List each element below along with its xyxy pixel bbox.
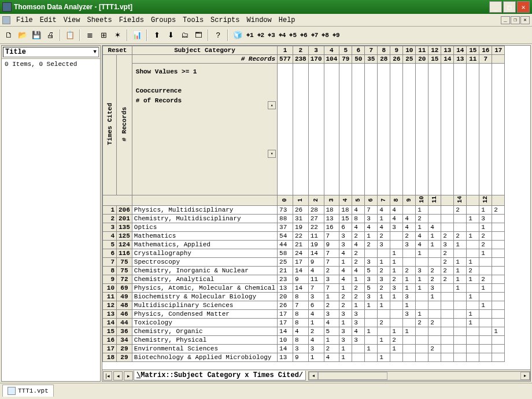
data-cell[interactable] — [441, 301, 454, 310]
data-cell[interactable]: 5 — [365, 267, 378, 275]
table-row[interactable]: 1346Physics, Condensed Matter1784333311 — [103, 310, 505, 319]
data-cell[interactable]: 2 — [479, 275, 492, 284]
data-cell[interactable]: 25 — [278, 258, 293, 267]
data-cell[interactable] — [416, 301, 428, 310]
data-cell[interactable]: 58 — [278, 249, 293, 258]
data-cell[interactable]: 1 — [339, 284, 352, 293]
data-cell[interactable] — [479, 327, 492, 336]
new-button[interactable]: 🗋 — [2, 29, 15, 42]
data-cell[interactable]: 2 — [352, 258, 365, 267]
data-cell[interactable] — [479, 336, 492, 345]
data-cell[interactable]: 1 — [428, 232, 441, 241]
data-cell[interactable] — [416, 353, 428, 362]
q9-button[interactable]: ⌖9 — [331, 31, 341, 40]
data-cell[interactable]: 4 — [339, 249, 352, 258]
data-cell[interactable] — [416, 345, 428, 353]
col-header[interactable]: 8 — [378, 46, 390, 55]
data-cell[interactable] — [467, 241, 479, 249]
data-cell[interactable] — [390, 301, 403, 310]
data-cell[interactable]: 3 — [390, 284, 403, 293]
data-cell[interactable]: 3 — [339, 327, 352, 336]
data-cell[interactable]: 2 — [352, 232, 365, 241]
table-row[interactable]: 1206Physics, Multidisciplinary7326281818… — [103, 206, 505, 215]
data-cell[interactable] — [403, 336, 416, 345]
data-cell[interactable]: 2 — [352, 249, 365, 258]
data-cell[interactable]: 5 — [365, 284, 378, 293]
data-cell[interactable]: 18 — [339, 206, 352, 215]
data-cell[interactable]: 4 — [352, 206, 365, 215]
data-cell[interactable]: 11 — [308, 232, 324, 241]
data-cell[interactable]: 26 — [293, 206, 308, 215]
q3-button[interactable]: ⌖3 — [267, 31, 276, 40]
data-cell[interactable]: 2 — [378, 319, 390, 327]
table-row[interactable]: 1829Biotechnology & Applied Microbiology… — [103, 353, 505, 362]
data-cell[interactable]: 2 — [390, 336, 403, 345]
data-cell[interactable]: 3 — [441, 241, 454, 249]
data-cell[interactable]: 1 — [454, 241, 467, 249]
data-cell[interactable] — [390, 232, 403, 241]
data-cell[interactable]: 17 — [278, 310, 293, 319]
data-cell[interactable] — [416, 336, 428, 345]
col-header[interactable]: 5 — [339, 46, 352, 55]
data-cell[interactable]: 4 — [416, 241, 428, 249]
data-cell[interactable]: 2 — [454, 206, 467, 215]
data-cell[interactable]: 4 — [403, 223, 416, 232]
data-cell[interactable]: 2 — [428, 267, 441, 275]
table-row[interactable]: 972Chemistry, Analytical2391134133211221… — [103, 275, 505, 284]
data-cell[interactable] — [492, 284, 505, 293]
clusters-button[interactable]: ✶ — [111, 29, 124, 42]
data-cell[interactable] — [378, 310, 390, 319]
data-cell[interactable]: 3 — [339, 232, 352, 241]
data-cell[interactable]: 1 — [428, 293, 441, 301]
data-cell[interactable]: 3 — [339, 336, 352, 345]
data-cell[interactable]: 2 — [324, 345, 339, 353]
data-cell[interactable]: 1 — [416, 284, 428, 293]
horizontal-scrollbar[interactable]: ◂ ▸ — [308, 371, 530, 380]
data-cell[interactable] — [378, 327, 390, 336]
sheet-nav-prev[interactable]: ◂ — [113, 371, 123, 380]
data-cell[interactable]: 1 — [416, 310, 428, 319]
data-cell[interactable]: 4 — [293, 327, 308, 336]
data-cell[interactable] — [492, 215, 505, 223]
data-cell[interactable] — [441, 353, 454, 362]
data-cell[interactable]: 1 — [479, 206, 492, 215]
data-cell[interactable]: 2 — [378, 267, 390, 275]
data-cell[interactable]: 2 — [454, 232, 467, 241]
data-cell[interactable]: 2 — [441, 249, 454, 258]
data-cell[interactable]: 3 — [339, 241, 352, 249]
data-cell[interactable]: 3 — [390, 223, 403, 232]
menu-sheets[interactable]: Sheets — [83, 15, 115, 25]
data-cell[interactable]: 2 — [324, 301, 339, 310]
q5-button[interactable]: ⌖5 — [288, 31, 298, 40]
minimize-button[interactable]: _ — [489, 1, 502, 13]
data-cell[interactable] — [492, 319, 505, 327]
data-cell[interactable]: 9 — [308, 258, 324, 267]
data-cell[interactable]: 2 — [467, 267, 479, 275]
data-cell[interactable] — [492, 336, 505, 345]
data-cell[interactable] — [441, 223, 454, 232]
data-cell[interactable] — [479, 319, 492, 327]
data-cell[interactable]: 1 — [390, 258, 403, 267]
data-cell[interactable] — [390, 310, 403, 319]
matrix-view[interactable]: ResetSubject Category1234567891011121314… — [102, 46, 530, 370]
data-cell[interactable]: 1 — [339, 319, 352, 327]
data-cell[interactable]: 5 — [324, 327, 339, 336]
table-row[interactable]: 1634Chemistry, Physical108413312 — [103, 336, 505, 345]
data-cell[interactable] — [390, 353, 403, 362]
data-cell[interactable]: 7 — [324, 249, 339, 258]
col-header[interactable]: 1 — [278, 46, 293, 55]
data-cell[interactable]: 1 — [365, 345, 378, 353]
data-cell[interactable]: 26 — [278, 301, 293, 310]
table-row[interactable]: 1149Biochemistry & Molecular Biology2083… — [103, 293, 505, 301]
data-cell[interactable]: 4 — [365, 223, 378, 232]
data-cell[interactable] — [492, 241, 505, 249]
data-cell[interactable]: 1 — [324, 293, 339, 301]
data-cell[interactable]: 9 — [293, 353, 308, 362]
data-cell[interactable]: 4 — [352, 327, 365, 336]
close-button[interactable]: ✕ — [517, 1, 530, 13]
data-cell[interactable] — [428, 206, 441, 215]
data-cell[interactable] — [441, 215, 454, 223]
data-cell[interactable]: 4 — [339, 267, 352, 275]
data-cell[interactable]: 4 — [403, 215, 416, 223]
data-cell[interactable] — [416, 293, 428, 301]
